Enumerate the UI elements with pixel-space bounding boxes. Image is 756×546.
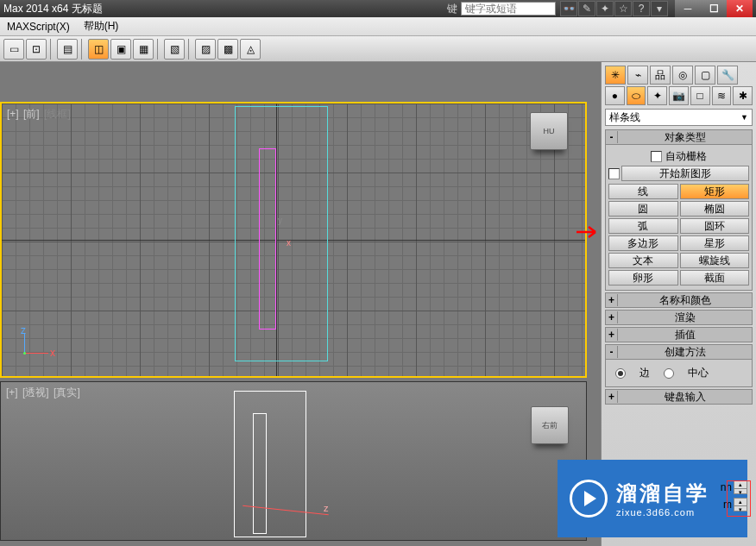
expand-icon: + bbox=[606, 311, 618, 323]
menu-maxscript[interactable]: MAXScript(X) bbox=[7, 21, 70, 33]
category-dropdown[interactable]: 样条线 ▼ bbox=[605, 109, 753, 126]
tool-angle-icon[interactable]: ▣ bbox=[110, 39, 131, 60]
menu-help[interactable]: 帮助(H) bbox=[84, 19, 119, 34]
shape-helix-button[interactable]: 螺旋线 bbox=[680, 253, 750, 268]
viewport-label[interactable]: [+] [透视] [真实] bbox=[6, 386, 82, 400]
shape-arc-button[interactable]: 弧 bbox=[608, 218, 678, 234]
shape-section-button[interactable]: 截面 bbox=[680, 270, 750, 286]
vp-name[interactable]: [前] bbox=[23, 108, 40, 120]
rollout-header[interactable]: - 对象类型 bbox=[605, 129, 753, 145]
tool-named-icon[interactable]: ▧ bbox=[164, 39, 185, 60]
viewcube[interactable]: 右前 bbox=[531, 406, 569, 444]
tool-misc-icon[interactable]: ◬ bbox=[240, 39, 261, 60]
chevron-down-icon: ▼ bbox=[740, 113, 748, 122]
expand-icon: + bbox=[606, 294, 618, 306]
radio-edge[interactable] bbox=[615, 368, 626, 379]
minimize-button[interactable]: ─ bbox=[675, 0, 701, 17]
expand-icon: + bbox=[606, 329, 618, 341]
search-input[interactable] bbox=[461, 2, 556, 16]
titlebar: Max 2014 x64 无标题 键 👓 ✎ ✦ ☆ ? ▾ ─ ☐ ✕ bbox=[0, 0, 756, 17]
tab-create[interactable]: ✳ bbox=[605, 66, 626, 85]
tool-percent-icon[interactable]: ▦ bbox=[133, 39, 154, 60]
tool-icon[interactable]: ✎ bbox=[578, 1, 595, 16]
star-icon[interactable]: ☆ bbox=[614, 1, 632, 16]
watermark-title: 溜溜自学 bbox=[616, 480, 709, 507]
tool-snap-icon[interactable]: ◫ bbox=[88, 39, 109, 60]
vp-plus[interactable]: [+] bbox=[7, 108, 19, 120]
axis-label-z: z bbox=[324, 503, 329, 513]
shape-line-button[interactable]: 线 bbox=[608, 184, 678, 199]
toolbar: ▭ ⊡ ▤ ◫ ▣ ▦ ▧ ▨ ▩ ◬ bbox=[0, 36, 756, 62]
shape-rectangle-button[interactable]: 矩形 bbox=[680, 184, 750, 199]
viewport-label[interactable]: [+] [前] [线框] bbox=[7, 107, 72, 122]
tab-modify[interactable]: ⌁ bbox=[627, 66, 648, 85]
tab-hierarchy[interactable]: 品 bbox=[650, 66, 671, 85]
tool-layer-icon[interactable]: ▤ bbox=[57, 39, 78, 60]
viewcube[interactable]: HU bbox=[530, 112, 568, 150]
shape-star-button[interactable]: 星形 bbox=[680, 235, 750, 251]
autogrid-checkbox[interactable] bbox=[651, 151, 662, 162]
rollout-header[interactable]: + 键盘输入 bbox=[605, 389, 753, 405]
app-title: Max 2014 x64 无标题 bbox=[3, 2, 447, 16]
shape-circle-button[interactable]: 圆 bbox=[608, 201, 678, 217]
rollout-title: 创建方法 bbox=[618, 345, 752, 360]
shape-ellipse-button[interactable]: 椭圆 bbox=[680, 201, 750, 217]
shape-rect-inner[interactable] bbox=[259, 148, 276, 329]
rollout-header[interactable]: + 渲染 bbox=[605, 310, 753, 325]
search-label: 键 bbox=[447, 2, 457, 16]
viewport-perspective[interactable]: [+] [透视] [真实] z 右前 bbox=[0, 381, 587, 541]
rollout-title: 插值 bbox=[618, 328, 752, 342]
menubar: MAXScript(X) 帮助(H) bbox=[0, 17, 756, 36]
tab-display[interactable]: ▢ bbox=[695, 66, 715, 85]
create-subtabs: ● ⬭ ✦ 📷 □ ≋ ✱ bbox=[605, 86, 753, 105]
autogrid-label: 自动栅格 bbox=[665, 149, 707, 164]
close-button[interactable]: ✕ bbox=[727, 0, 753, 17]
newshape-checkbox[interactable] bbox=[608, 168, 620, 179]
subtab-helpers[interactable]: □ bbox=[690, 86, 710, 105]
tool-mirror-icon[interactable]: ▨ bbox=[195, 39, 216, 60]
shape-outer[interactable] bbox=[234, 391, 306, 537]
rollout-header[interactable]: + 名称和颜色 bbox=[605, 292, 753, 308]
shape-ngon-button[interactable]: 多边形 bbox=[608, 235, 678, 251]
shape-text-button[interactable]: 文本 bbox=[608, 253, 678, 268]
vp-mode[interactable]: [真实] bbox=[54, 386, 80, 399]
start-new-shape-button[interactable]: 开始新图形 bbox=[621, 166, 749, 181]
subtab-lights[interactable]: ✦ bbox=[647, 86, 667, 105]
tool-align-icon[interactable]: ▩ bbox=[217, 39, 238, 60]
play-icon bbox=[570, 480, 608, 518]
vp-mode[interactable]: [线框] bbox=[44, 108, 71, 120]
help-icon[interactable]: ? bbox=[633, 1, 650, 16]
rollout-header[interactable]: - 创建方法 bbox=[605, 344, 753, 360]
rollout-title: 对象类型 bbox=[618, 130, 752, 145]
vp-name[interactable]: [透视] bbox=[22, 386, 49, 399]
expand-icon: + bbox=[606, 391, 618, 403]
radio-center-label: 中心 bbox=[688, 366, 709, 380]
rollout-header[interactable]: + 插值 bbox=[605, 327, 753, 342]
collapse-icon: - bbox=[606, 346, 618, 358]
subtab-shapes[interactable]: ⬭ bbox=[627, 86, 646, 105]
shape-rect-outer[interactable] bbox=[235, 106, 328, 361]
tab-motion[interactable]: ◎ bbox=[672, 66, 693, 85]
separator bbox=[50, 39, 54, 60]
subtab-space[interactable]: ≋ bbox=[712, 86, 732, 105]
dropdown-icon[interactable]: ▾ bbox=[651, 1, 668, 16]
tool-link-icon[interactable]: ⊡ bbox=[26, 39, 47, 60]
spinner[interactable]: ▴▾ bbox=[734, 498, 747, 511]
rollout-interpolation: + 插值 bbox=[605, 327, 753, 342]
vp-plus[interactable]: [+] bbox=[6, 386, 18, 399]
tool-select-icon[interactable]: ▭ bbox=[3, 39, 24, 60]
spinner[interactable]: ▴▾ bbox=[734, 480, 747, 494]
subtab-geometry[interactable]: ● bbox=[605, 86, 625, 105]
shape-donut-button[interactable]: 圆环 bbox=[680, 218, 750, 234]
key-icon[interactable]: ✦ bbox=[596, 1, 614, 16]
viewport-top[interactable]: [+] [前] [线框] y x z x HU bbox=[0, 102, 587, 378]
binoculars-icon[interactable]: 👓 bbox=[560, 1, 577, 16]
maximize-button[interactable]: ☐ bbox=[701, 0, 727, 17]
radio-center[interactable] bbox=[664, 368, 674, 379]
subtab-systems[interactable]: ✱ bbox=[733, 86, 753, 105]
shape-egg-button[interactable]: 卵形 bbox=[608, 270, 678, 286]
param-inputs: nn ▴▾ m ▴▾ bbox=[721, 479, 747, 513]
subtab-cameras[interactable]: 📷 bbox=[669, 86, 689, 105]
shape-inner[interactable] bbox=[253, 413, 267, 534]
tab-utilities[interactable]: 🔧 bbox=[717, 66, 738, 85]
